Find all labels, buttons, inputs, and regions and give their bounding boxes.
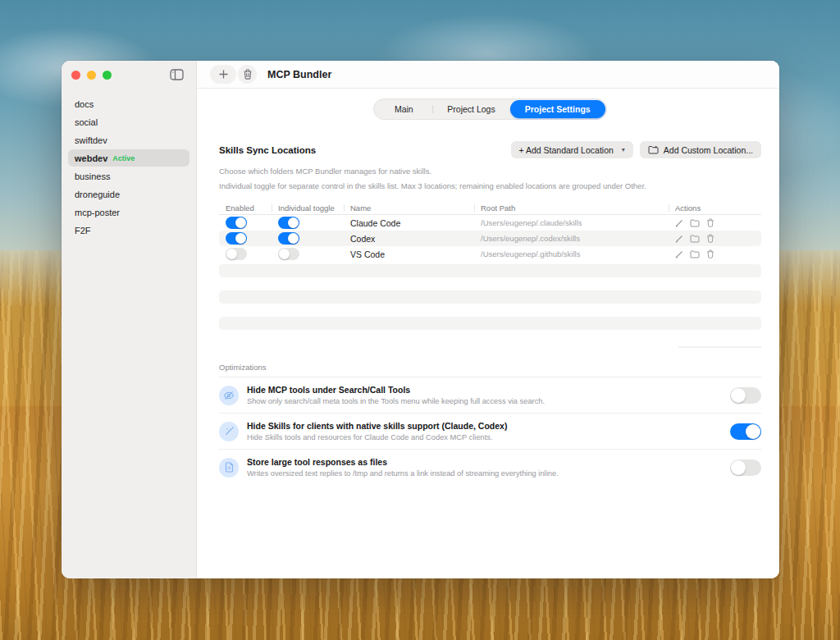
- toggle-knob: [235, 217, 246, 228]
- optimization-subtitle: Show only search/call meta tools in the …: [247, 397, 545, 405]
- delete-project-button[interactable]: [238, 65, 257, 84]
- toggle-knob: [731, 460, 746, 475]
- toggle-knob: [235, 233, 246, 244]
- settings-pane: Main Project Logs Project Settings Skill…: [197, 89, 779, 578]
- add-standard-location-button[interactable]: + Add Standard Location ▾: [511, 141, 633, 158]
- sidebar-item-droneguide[interactable]: droneguide: [68, 185, 189, 203]
- edit-icon[interactable]: [675, 219, 683, 227]
- sidebar-toggle-button[interactable]: [167, 66, 186, 83]
- reveal-folder-icon[interactable]: [690, 250, 700, 258]
- enabled-toggle[interactable]: [226, 232, 247, 245]
- chevron-down-icon: ▾: [622, 146, 625, 153]
- tab-label: Project Settings: [525, 104, 591, 114]
- toggle-knob: [731, 388, 746, 403]
- optimization-row-hide-mcp-tools: Hide MCP tools under Search/Call Tools S…: [219, 377, 761, 413]
- sidebar-item-webdev[interactable]: webdev Active: [68, 149, 189, 167]
- enabled-toggle[interactable]: [226, 248, 247, 260]
- window-title: MCP Bundler: [267, 69, 331, 80]
- column-header-individual-toggle[interactable]: Individual toggle: [272, 203, 344, 213]
- active-badge: Active: [112, 154, 135, 162]
- toggle-knob: [288, 217, 299, 228]
- location-root-path: /Users/eugenep/.codex/skills: [474, 234, 669, 243]
- tab-project-logs[interactable]: Project Logs: [432, 100, 509, 118]
- folder-plus-icon: [648, 145, 659, 154]
- sidebar-titlebar: [62, 61, 196, 89]
- toggle-knob: [288, 233, 299, 244]
- delete-row-icon[interactable]: [706, 218, 714, 227]
- sidebar-item-label: docs: [75, 99, 94, 109]
- sidebar-item-label: F2F: [75, 226, 91, 235]
- enabled-toggle[interactable]: [226, 217, 247, 229]
- locations-table: Enabled Individual toggle Name Root Path…: [219, 201, 761, 330]
- sidebar-item-label: mcp-poster: [75, 208, 120, 217]
- delete-row-icon[interactable]: [706, 234, 714, 243]
- hide-skills-toggle[interactable]: [730, 423, 761, 440]
- empty-row-stripe: [219, 264, 761, 277]
- sidebar-item-mcp-poster[interactable]: mcp-poster: [68, 203, 189, 221]
- empty-row-stripe: [219, 317, 761, 330]
- sidebar-item-label: swiftdev: [75, 135, 107, 145]
- add-custom-location-button[interactable]: Add Custom Location...: [640, 141, 761, 158]
- plus-icon: [219, 70, 228, 79]
- main-content: MCP Bundler Main Project Logs Project Se…: [197, 61, 779, 578]
- wand-icon: [219, 422, 239, 441]
- optimization-title: Hide MCP tools under Search/Call Tools: [247, 385, 545, 395]
- optimizations-label: Optimizations: [219, 363, 761, 372]
- section-end-divider: [678, 346, 761, 348]
- minimize-window-button[interactable]: [87, 71, 96, 80]
- sidebar-item-docs[interactable]: docs: [68, 95, 189, 112]
- sidebar-item-label: business: [75, 171, 110, 181]
- store-responses-toggle[interactable]: [730, 459, 761, 476]
- zoom-window-button[interactable]: [103, 71, 112, 80]
- column-header-enabled[interactable]: Enabled: [219, 203, 272, 213]
- optimization-subtitle: Hide Skills tools and resources for Clau…: [247, 433, 507, 441]
- column-header-actions[interactable]: Actions: [669, 203, 761, 213]
- optimization-title: Hide Skills for clients with native skil…: [247, 421, 507, 431]
- sidebar-item-swiftdev[interactable]: swiftdev: [68, 131, 189, 149]
- location-name: Codex: [344, 234, 474, 244]
- delete-row-icon[interactable]: [706, 249, 714, 258]
- sidebar-item-label: webdev: [75, 153, 107, 163]
- close-window-button[interactable]: [71, 71, 80, 80]
- tab-label: Main: [395, 104, 413, 114]
- reveal-folder-icon[interactable]: [690, 235, 700, 243]
- individual-toggle[interactable]: [278, 248, 299, 260]
- tab-main[interactable]: Main: [375, 100, 432, 118]
- sidebar-item-f2f[interactable]: F2F: [68, 222, 189, 239]
- table-row-codex: Codex /Users/eugenep/.codex/skills: [219, 231, 761, 246]
- sidebar-item-social[interactable]: social: [68, 113, 189, 130]
- section-description-2: Individual toggle for separate control i…: [219, 181, 761, 190]
- location-name: Claude Code: [344, 218, 474, 228]
- reveal-folder-icon[interactable]: [690, 219, 700, 227]
- section-title: Skills Sync Locations: [219, 145, 316, 155]
- edit-icon[interactable]: [675, 235, 683, 243]
- section-description-1: Choose which folders MCP Bundler manages…: [219, 167, 761, 176]
- table-header: Enabled Individual toggle Name Root Path…: [219, 201, 761, 215]
- tab-project-settings[interactable]: Project Settings: [510, 100, 605, 118]
- add-project-button[interactable]: [210, 65, 236, 84]
- optimizations-section: Optimizations Hide MCP tools under Searc…: [219, 363, 761, 485]
- sidebar-item-business[interactable]: business: [68, 167, 189, 185]
- optimization-subtitle: Writes oversized text replies to /tmp an…: [247, 469, 559, 478]
- tab-bar: Main Project Logs Project Settings: [219, 98, 761, 120]
- individual-toggle[interactable]: [278, 232, 299, 245]
- location-name: VS Code: [344, 249, 474, 259]
- toolbar: MCP Bundler: [197, 61, 779, 89]
- toggle-knob: [226, 249, 237, 259]
- toggle-knob: [746, 424, 760, 439]
- traffic-lights: [71, 71, 112, 80]
- column-header-name[interactable]: Name: [344, 203, 474, 213]
- eye-slash-icon: [219, 386, 239, 405]
- optimization-title: Store large tool responses as files: [247, 457, 559, 467]
- column-header-root-path[interactable]: Root Path: [474, 203, 669, 213]
- table-row-vs-code: VS Code /Users/eugenep/.github/skills: [219, 246, 761, 262]
- segment-divider: [432, 105, 433, 113]
- button-label: Add Custom Location...: [664, 145, 753, 155]
- hide-mcp-tools-toggle[interactable]: [730, 387, 761, 404]
- sidebar: docs social swiftdev webdev Active busin…: [62, 61, 197, 578]
- individual-toggle[interactable]: [278, 217, 299, 229]
- skills-sync-section: Skills Sync Locations + Add Standard Loc…: [219, 141, 761, 348]
- empty-row-stripe: [219, 290, 761, 304]
- edit-icon[interactable]: [675, 250, 683, 258]
- trash-icon: [243, 69, 253, 80]
